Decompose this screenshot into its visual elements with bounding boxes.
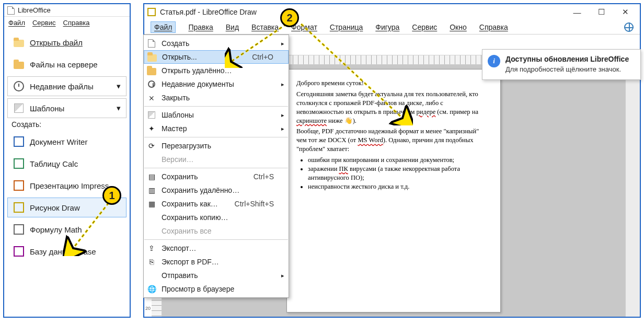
open-file-label: Открыть файл [30,38,83,47]
menu-separator [144,168,288,168]
draw-app-icon [147,8,156,16]
menu-preview-browser[interactable]: 🌐 Просмотр в браузере [144,282,289,296]
folder-icon [14,62,24,69]
menu-separator [144,239,288,240]
menu-window[interactable]: Окно [450,23,467,31]
info-icon: i [488,55,500,67]
close-icon: ⨯ [147,93,156,102]
save-icon: ▤ [147,172,156,181]
menu-export-pdf[interactable]: ⎘ Экспорт в PDF… [144,255,289,269]
submenu-arrow-icon: ▸ [281,125,284,132]
draw-titlebar: Статья.pdf - LibreOffice Draw ― ☐ ✕ [144,4,640,20]
menu-edit[interactable]: Правка [188,23,213,31]
notification-title: Доступны обновления LibreOffice [505,55,634,63]
menu-save-all: Сохранить все [144,224,289,238]
notification-text: Для подробностей щёлкните значок. [505,65,634,73]
menu-versions: Версии… [144,153,289,166]
open-file-button[interactable]: Открыть файл [7,32,126,52]
start-center-title: LibreOffice [18,6,51,14]
menu-wizards[interactable]: ✦ Мастер▸ [144,122,289,135]
start-center-menubar: Файл Сервис Справка [4,17,130,28]
shortcut-label: Ctrl+O [252,53,273,61]
close-button[interactable]: ✕ [618,6,632,18]
create-label: Создать: [12,120,126,129]
templates-dropdown[interactable]: Шаблоны ▾ [7,98,126,118]
create-calc-button[interactable]: Таблицу Calc [7,154,126,173]
writer-icon [14,136,24,147]
submenu-arrow-icon: ▸ [281,81,284,88]
menu-tools[interactable]: Сервис [412,23,437,31]
folder-open-icon [147,54,157,62]
menu-export[interactable]: ⇪ Экспорт… [144,241,289,255]
annotation-badge-2: 2 [280,8,299,27]
menu-separator [144,137,288,137]
menu-tools[interactable]: Сервис [32,19,56,27]
document-icon [7,6,15,15]
libreoffice-start-center-window: LibreOffice Файл Сервис Справка Открыть … [3,3,131,318]
submenu-arrow-icon: ▸ [281,272,284,279]
clock-icon [14,81,24,91]
globe-icon[interactable] [624,22,634,32]
menu-recent-documents[interactable]: Недавние документы▸ [144,77,289,91]
calc-icon [14,158,24,169]
annotation-badge-1: 1 [102,186,121,205]
minimize-button[interactable]: ― [570,6,584,18]
wizard-icon: ✦ [147,124,156,133]
calc-label: Таблицу Calc [30,159,78,168]
doc-list: ошибки при копировании и сохранении доку… [308,156,491,191]
menu-save-as[interactable]: ▦ Сохранить как… Ctrl+Shift+S [144,197,289,211]
export-icon: ⇪ [147,244,156,253]
folder-icon [147,68,156,75]
menu-file[interactable]: Файл [151,21,176,33]
impress-label: Презентацию Impress [30,181,109,190]
draw-window-title: Статья.pdf - LibreOffice Draw [160,8,257,16]
create-math-button[interactable]: Формулу Math [7,219,126,239]
maximize-button[interactable]: ☐ [594,6,608,18]
menu-help[interactable]: Справка [479,23,508,31]
menu-help[interactable]: Справка [63,19,90,27]
right-panel [625,65,640,317]
draw-icon [14,202,24,213]
submenu-arrow-icon: ▸ [281,40,284,47]
menu-view[interactable]: Вид [226,23,239,31]
reload-icon: ⟳ [147,141,156,151]
templates-icon [148,111,155,119]
pdf-page[interactable]: Доброго времени суток! Сегодняшняя замет… [286,69,501,313]
menu-open[interactable]: Открыть... Ctrl+O [144,50,289,64]
submenu-arrow-icon: ▸ [281,112,284,119]
menu-save-remote[interactable]: ▥ Сохранить удалённо… [144,183,289,197]
math-label: Формулу Math [30,225,82,234]
create-base-button[interactable]: Базу данных Base [7,241,126,261]
doc-p1: Сегодняшняя заметка будет актуальна для … [296,90,491,125]
remote-files-label: Файлы на сервере [30,60,98,69]
menu-shape[interactable]: Фигура [375,23,399,31]
clock-icon [148,80,155,88]
chevron-down-icon: ▾ [117,82,121,91]
doc-greeting: Доброго времени суток! [296,79,491,88]
menu-page[interactable]: Страница [330,23,363,31]
writer-label: Документ Writer [30,137,87,146]
shortcut-label: Ctrl+Shift+S [235,200,274,208]
shortcut-label: Ctrl+S [254,172,274,181]
doc-p2: Вообще, PDF достаточно надежный формат и… [296,127,491,154]
folder-open-icon [14,40,24,47]
remote-files-button[interactable]: Файлы на сервере [7,54,126,74]
recent-files-dropdown[interactable]: Недавние файлы ▾ [7,76,126,96]
update-notification[interactable]: i Доступны обновления LibreOffice Для по… [482,49,641,80]
menu-save[interactable]: ▤ Сохранить Ctrl+S [144,170,289,183]
chevron-down-icon: ▾ [117,103,121,113]
create-writer-button[interactable]: Документ Writer [7,132,126,152]
file-menu-dropdown: Создать▸ Открыть... Ctrl+O Открыть удалё… [143,34,289,298]
menu-save-copy[interactable]: Сохранить копию… [144,211,289,224]
menu-reload[interactable]: ⟳ Перезагрузить [144,139,289,153]
new-doc-icon [148,39,155,48]
menu-open-remote[interactable]: Открыть удалённо… [144,64,289,77]
menu-separator [144,106,288,107]
templates-icon [14,103,24,113]
menu-create[interactable]: Создать▸ [144,37,289,50]
menu-templates[interactable]: Шаблоны▸ [144,108,289,122]
menu-close[interactable]: ⨯ Закрыть [144,91,289,105]
menu-send[interactable]: Отправить▸ [144,269,289,282]
menu-insert[interactable]: Вставка [251,23,279,31]
menu-file[interactable]: Файл [8,19,25,27]
